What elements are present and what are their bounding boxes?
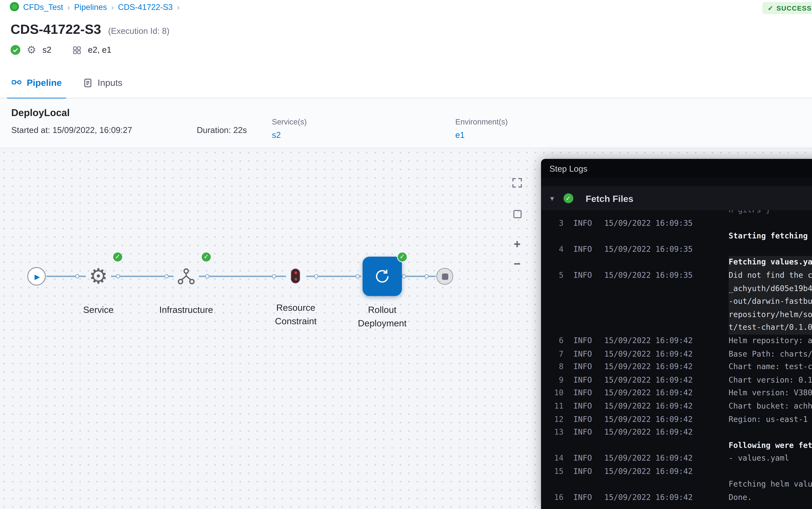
- page-header: CFDs_Test › Pipelines › CDS-41722-S3 › ✓…: [0, 0, 812, 67]
- edge-dot: [75, 274, 79, 278]
- log-row: 14INFO15/09/2022 16:09:42- values.yaml: [541, 452, 812, 465]
- infrastructure-icon: [176, 266, 197, 287]
- stage-started: Started at: 15/09/2022, 16:09:27: [11, 125, 132, 135]
- edge-dot: [116, 274, 120, 278]
- chevron-down-icon[interactable]: ▾: [550, 194, 554, 203]
- constraint-dim-dot-icon: [294, 278, 297, 280]
- edge-dot: [402, 274, 406, 278]
- edge-dot: [314, 274, 318, 278]
- service-node[interactable]: ⚙: [86, 264, 110, 288]
- environment-names: e2, e1: [88, 45, 111, 55]
- zoom-in-button[interactable]: +: [510, 238, 524, 252]
- log-row: 6INFO15/09/2022 16:09:42Helm repository:…: [541, 335, 812, 348]
- play-icon: ▶: [35, 273, 40, 280]
- services-label: Service(s): [272, 117, 307, 126]
- service-link[interactable]: s2: [272, 130, 281, 140]
- step-title: Fetch Files: [586, 193, 633, 204]
- log-row: 11INFO15/09/2022 16:09:42Chart bucket: a…: [541, 400, 812, 413]
- log-row: 16INFO15/09/2022 16:09:42Done.: [541, 491, 812, 505]
- gear-icon: ⚙: [89, 266, 108, 287]
- rollout-success-icon: ✓: [397, 252, 407, 262]
- log-row: _achyuth/d605e19b46448ceaacb01fb4c19633a…: [541, 282, 812, 295]
- app: CFDs_Test › Pipelines › CDS-41722-S3 › ✓…: [0, 0, 812, 509]
- status-text: SUCCESS: [776, 4, 812, 12]
- edge-dot: [356, 274, 360, 278]
- node-label-resource-constraint: Resource Constraint: [259, 302, 332, 328]
- breadcrumb: CFDs_Test › Pipelines › CDS-41722-S3 ›: [10, 2, 180, 11]
- log-row: repository/helm/source/93602db7-89f2-317…: [541, 308, 812, 321]
- log-row: -out/darwin-fastbuild/bin/260-delegate/e…: [541, 296, 812, 308]
- constraint-red-dot-icon: [294, 271, 297, 274]
- log-row: Starting fetching Helm values: [541, 230, 812, 243]
- edge-dot: [164, 274, 169, 278]
- log-row: 13INFO15/09/2022 16:09:42: [541, 426, 812, 439]
- edge-dot: [205, 274, 209, 278]
- breadcrumb-separator-icon: ›: [67, 2, 70, 11]
- stage-summary-bar: DeployLocal Started at: 15/09/2022, 16:0…: [0, 99, 812, 148]
- environment-link[interactable]: e1: [455, 130, 465, 140]
- edge: [111, 276, 174, 277]
- service-success-icon: ✓: [112, 252, 123, 262]
- tab-inputs-label: Inputs: [98, 77, 122, 88]
- edge-dot: [425, 274, 429, 278]
- success-check-icon: [10, 45, 21, 55]
- breadcrumb-separator-icon: ›: [177, 2, 180, 11]
- step-logs-panel: Step Logs Console View ▾ ✓ Fetch Files ↑: [541, 159, 812, 509]
- environments-icon: [72, 45, 81, 55]
- title-row: CDS-41722-S3 (Execution Id: 8): [10, 22, 170, 37]
- tab-pipeline[interactable]: Pipeline: [11, 67, 62, 98]
- start-node[interactable]: ▶: [28, 267, 46, 285]
- service-name: s2: [42, 45, 51, 55]
- breadcrumb-pipeline[interactable]: CDS-41722-S3: [118, 2, 173, 11]
- status-badge: ✓ SUCCESS: [762, 2, 812, 14]
- zoom-out-button[interactable]: −: [510, 258, 524, 272]
- end-node[interactable]: [436, 268, 453, 285]
- log-row: 5INFO15/09/2022 16:09:35Did not find the…: [541, 269, 812, 282]
- infrastructure-node[interactable]: [174, 264, 198, 288]
- log-row: 4INFO15/09/2022 16:09:35: [541, 243, 812, 256]
- log-row: Following were fetched successfully :: [541, 439, 812, 452]
- step-success-icon: ✓: [563, 193, 573, 203]
- environments-label: Environment(s): [455, 117, 508, 126]
- rollout-deployment-node[interactable]: [363, 257, 402, 296]
- log-row: 9INFO15/09/2022 16:09:42Chart version: 0…: [541, 374, 812, 387]
- edge-dot: [272, 274, 276, 278]
- log-panel-title: Step Logs: [549, 164, 587, 173]
- inputs-icon: [83, 78, 93, 88]
- page-title: CDS-41722-S3: [10, 22, 101, 37]
- execution-meta: ⚙ s2 e2, e1: [10, 45, 111, 55]
- tab-inputs[interactable]: Inputs: [83, 67, 122, 98]
- log-row: 15INFO15/09/2022 16:09:42: [541, 466, 812, 478]
- log-row: 8INFO15/09/2022 16:09:42Chart name: test…: [541, 361, 812, 374]
- project-icon: [10, 2, 19, 11]
- edge: [46, 276, 86, 277]
- resource-constraint-node[interactable]: [291, 269, 300, 283]
- breadcrumb-project[interactable]: CFDs_Test: [23, 2, 63, 11]
- node-label-infrastructure: Infrastructure: [150, 304, 223, 317]
- log-row: Fetching values.yaml from helm chart rep…: [541, 256, 812, 269]
- log-row: 7INFO15/09/2022 16:09:42Base Path: chart…: [541, 348, 812, 361]
- check-icon: ✓: [768, 4, 774, 12]
- header-actions: ✓ SUCCESS Start time 15/09/2022 16:09:26…: [762, 0, 812, 15]
- log-step-header[interactable]: ▾ ✓ Fetch Files ↑ ↓ 9s: [541, 186, 812, 210]
- rollout-icon: [374, 268, 391, 285]
- log-row: 3INFO15/09/2022 16:09:35: [541, 217, 812, 230]
- canvas-reset-view-button[interactable]: [510, 207, 524, 221]
- stage-name: DeployLocal: [11, 107, 70, 118]
- stage-duration: Duration: 22s: [197, 125, 247, 135]
- node-label-service: Service: [62, 304, 135, 317]
- log-row: 10INFO15/09/2022 16:09:42Helm version: V…: [541, 387, 812, 400]
- canvas-fullscreen-button[interactable]: [510, 176, 524, 190]
- services-icon: ⚙: [27, 45, 36, 55]
- log-row: t/test-chart/0.1.0: [541, 321, 812, 335]
- log-row: 12INFO15/09/2022 16:09:42Region: us-east…: [541, 413, 812, 426]
- pipeline-icon: [11, 77, 22, 88]
- breadcrumb-pipelines[interactable]: Pipelines: [74, 2, 107, 11]
- tab-pipeline-label: Pipeline: [27, 77, 62, 88]
- stop-icon: [442, 273, 448, 279]
- log-row: Fetching helm values completed successfu…: [541, 478, 812, 491]
- execution-id: (Execution Id: 8): [108, 26, 170, 36]
- log-body[interactable]: n gitFs }3INFO15/09/2022 16:09:35Startin…: [541, 204, 812, 505]
- infrastructure-success-icon: ✓: [201, 252, 212, 262]
- tab-bar: Pipeline Inputs Console View: [0, 67, 812, 98]
